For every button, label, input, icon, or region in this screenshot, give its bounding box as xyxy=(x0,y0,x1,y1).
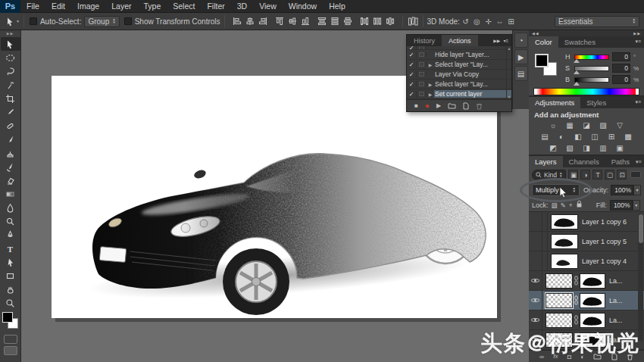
actions-panel-icon[interactable]: ▶ xyxy=(514,49,528,64)
new-action-icon[interactable] xyxy=(463,102,469,110)
layers-scrollbar[interactable] xyxy=(638,214,643,341)
layer-thumbnail[interactable] xyxy=(546,273,573,289)
menu-file[interactable]: File xyxy=(20,0,45,13)
menu-edit[interactable]: Edit xyxy=(45,0,71,13)
panel-menu-icon[interactable]: ▾≡ xyxy=(635,97,644,108)
eraser-tool[interactable] xyxy=(1,173,20,187)
color-balance-icon[interactable]: ◐ xyxy=(555,132,568,142)
menu-window[interactable]: Window xyxy=(283,0,323,13)
visibility-toggle[interactable] xyxy=(529,330,542,349)
layer-row[interactable]: La... xyxy=(529,330,644,350)
auto-select-checkbox[interactable] xyxy=(30,17,37,25)
saturation-value[interactable]: 0 xyxy=(612,64,630,73)
action-dialog-toggle[interactable] xyxy=(417,62,427,67)
action-check[interactable]: ✓ xyxy=(407,81,417,88)
layer-row[interactable]: Layer 1 copy 4 xyxy=(529,251,644,271)
dock-collapse-icon[interactable]: ◀◀ xyxy=(532,31,539,36)
document-canvas[interactable] xyxy=(52,76,497,318)
filter-adjustment-layers-icon[interactable]: ◑ xyxy=(580,170,590,179)
lock-transparency-icon[interactable]: ▨ xyxy=(552,201,558,209)
brush-tool[interactable] xyxy=(1,133,20,146)
zoom-tool[interactable] xyxy=(1,296,20,310)
layer-thumbnail[interactable] xyxy=(546,332,573,348)
auto-align-layers-icon[interactable] xyxy=(407,16,419,27)
gradient-map-icon[interactable]: ▥ xyxy=(597,143,610,153)
foreground-color-swatch[interactable] xyxy=(2,312,13,323)
hue-saturation-icon[interactable]: ▤ xyxy=(539,132,552,142)
color-spectrum-ramp[interactable] xyxy=(533,88,639,95)
new-set-folder-icon[interactable] xyxy=(448,102,456,109)
move-tool[interactable] xyxy=(1,37,20,51)
new-adjustment-layer-icon[interactable]: ◐ xyxy=(580,353,584,360)
action-row[interactable]: ✓ ▶ Select layer "Lay... xyxy=(407,80,511,89)
3d-roll-icon[interactable]: ◎ xyxy=(471,17,483,26)
black-white-icon[interactable]: ◧ xyxy=(572,132,585,142)
record-button[interactable]: ● xyxy=(425,101,430,110)
curves-icon[interactable]: ◪ xyxy=(580,120,593,130)
action-dialog-toggle[interactable] xyxy=(417,72,427,76)
filter-kind-dropdown[interactable]: Kind ▲▼ xyxy=(532,170,566,180)
layer-thumbnail[interactable] xyxy=(546,293,573,308)
action-dialog-toggle[interactable] xyxy=(417,92,427,96)
distribute-bottom-edges-icon[interactable] xyxy=(342,16,354,27)
menu-view[interactable]: View xyxy=(253,0,283,13)
action-check[interactable]: ✓ xyxy=(407,91,417,98)
color-swatch-pair[interactable] xyxy=(535,54,561,80)
presets-panel-icon[interactable]: ▤ xyxy=(514,66,528,81)
layer-thumbnail[interactable] xyxy=(546,313,573,328)
panel-menu-icon[interactable]: ▾≡ xyxy=(636,156,644,167)
layer-row[interactable]: La... xyxy=(529,271,644,291)
quick-mask-button[interactable] xyxy=(4,335,17,344)
brightness-slider[interactable] xyxy=(574,77,609,83)
clone-stamp-tool[interactable] xyxy=(1,146,20,160)
tab-styles[interactable]: Styles xyxy=(580,97,612,108)
3d-pan-icon[interactable]: ✛ xyxy=(483,17,494,26)
layer-mask-thumbnail[interactable] xyxy=(580,273,605,289)
brightness-contrast-icon[interactable]: ☼ xyxy=(547,120,560,130)
delete-action-icon[interactable] xyxy=(476,102,483,110)
layer-thumbnail[interactable] xyxy=(551,254,578,269)
stop-recording-button[interactable]: ■ xyxy=(414,102,418,109)
channel-mixer-icon[interactable]: ⊞ xyxy=(605,132,618,142)
lasso-tool[interactable] xyxy=(1,64,20,78)
add-layer-mask-icon[interactable]: ◘ xyxy=(567,353,571,360)
distribute-horizontal-centers-icon[interactable] xyxy=(371,16,383,27)
mask-link-icon[interactable] xyxy=(573,276,580,286)
screen-mode-button[interactable] xyxy=(4,346,17,355)
action-row-selected[interactable]: ✓ ▶ Set current layer xyxy=(407,89,511,99)
dodge-tool[interactable] xyxy=(1,214,20,228)
crop-tool[interactable] xyxy=(1,92,20,105)
photo-filter-icon[interactable]: ◫ xyxy=(589,132,602,142)
show-transform-checkbox[interactable] xyxy=(124,17,132,25)
pen-tool[interactable] xyxy=(1,228,20,242)
menu-select[interactable]: Select xyxy=(167,0,201,13)
new-group-icon[interactable] xyxy=(593,353,602,360)
saturation-slider[interactable] xyxy=(574,66,609,71)
exposure-icon[interactable]: ▨ xyxy=(597,120,610,130)
menu-help[interactable]: Help xyxy=(323,0,352,13)
lock-position-icon[interactable]: + xyxy=(569,201,573,209)
move-tool-option-icon[interactable] xyxy=(4,16,16,27)
fill-field[interactable]: 100% ▼ xyxy=(610,200,640,211)
layer-row-selected[interactable]: La... xyxy=(529,291,644,311)
history-brush-tool[interactable] xyxy=(1,160,20,173)
layer-mask-thumbnail[interactable] xyxy=(580,293,605,308)
layer-row[interactable]: Layer 1 copy 5 xyxy=(529,232,644,251)
type-tool[interactable]: T xyxy=(1,242,20,255)
eyedropper-tool[interactable] xyxy=(1,105,20,119)
dock-expand-icon[interactable]: ▶▶ xyxy=(633,31,641,36)
layer-row[interactable]: Layer 1 copy 6 xyxy=(529,212,644,232)
action-dialog-toggle[interactable] xyxy=(417,82,427,86)
menu-filter[interactable]: Filter xyxy=(201,0,230,13)
layer-mask-thumbnail[interactable] xyxy=(580,332,605,348)
distribute-right-edges-icon[interactable] xyxy=(384,16,396,27)
auto-select-group-dropdown[interactable]: Group ▲▼ xyxy=(84,16,119,27)
invert-icon[interactable]: ◩ xyxy=(547,143,560,153)
opacity-field[interactable]: 100% ▼ xyxy=(611,185,641,195)
align-bottom-edges-icon[interactable] xyxy=(299,16,311,27)
action-row[interactable]: ✓ Hide layer "Layer... xyxy=(407,50,511,60)
marquee-tool[interactable] xyxy=(1,51,20,64)
action-row[interactable]: ✓ ▶ Select layer "Lay... xyxy=(407,60,511,70)
distribute-vertical-centers-icon[interactable] xyxy=(329,16,341,27)
gradient-tool[interactable] xyxy=(1,187,20,201)
